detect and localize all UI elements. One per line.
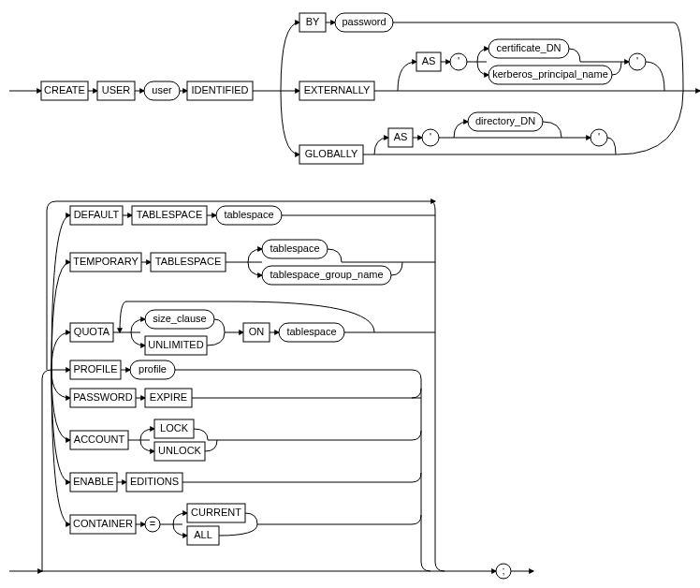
quote-close-glob-label: ' <box>598 131 600 142</box>
kw-profile-label: PROFILE <box>73 363 117 375</box>
nt-profile-label: profile <box>139 363 167 375</box>
kw-temporary-label: TEMPORARY <box>73 256 139 267</box>
quote-open-ext-label: ' <box>458 55 459 66</box>
kw-user-label: USER <box>102 84 131 96</box>
kw-current-label: CURRENT <box>191 507 241 518</box>
equals-label: = <box>150 518 155 529</box>
kw-create-label: CREATE <box>44 84 85 96</box>
kw-on-label: ON <box>249 326 265 337</box>
kw-default-label: DEFAULT <box>74 209 120 220</box>
nt-tablespace2-label: tablespace <box>270 243 319 254</box>
nt-user-label: user <box>152 84 172 96</box>
kw-globally-label: GLOBALLY <box>305 148 358 159</box>
quote-open-glob-label: ' <box>430 131 431 142</box>
nt-kerb-label: kerberos_principal_name <box>492 68 608 80</box>
kw-as-ext-label: AS <box>422 55 436 66</box>
nt-password-label: password <box>342 16 386 27</box>
nt-tablespace1-label: tablespace <box>224 209 273 220</box>
kw-quota-label: QUOTA <box>74 326 110 337</box>
kw-lock-label: LOCK <box>160 422 189 434</box>
nt-cert-dn-label: certificate_DN <box>496 42 561 53</box>
kw-identified-label: IDENTIFIED <box>191 84 248 96</box>
semicolon-label: ; <box>502 565 504 576</box>
kw-editions-label: EDITIONS <box>130 476 179 487</box>
kw-container-label: CONTAINER <box>73 518 133 529</box>
kw-externally-label: EXTERNALLY <box>304 84 371 96</box>
kw-account-label: ACCOUNT <box>74 434 125 445</box>
kw-expire-label: EXPIRE <box>150 391 187 403</box>
nt-dir-dn-label: directory_DN <box>475 115 535 126</box>
kw-all-label: ALL <box>194 529 212 540</box>
nt-tablespace3-label: tablespace <box>286 326 336 337</box>
kw-password-label: PASSWORD <box>73 391 132 403</box>
kw-by-label: BY <box>306 16 320 27</box>
nt-ts-group-label: tablespace_group_name <box>270 269 383 280</box>
quote-close-ext-label: ' <box>636 55 638 66</box>
kw-as-glob-label: AS <box>394 131 408 142</box>
kw-tablespace2-label: TABLESPACE <box>155 256 222 267</box>
kw-enable-label: ENABLE <box>73 476 113 487</box>
kw-unlimited-label: UNLIMITED <box>148 339 203 350</box>
kw-tablespace1-label: TABLESPACE <box>137 209 203 220</box>
nt-size-clause-label: size_clause <box>153 313 206 324</box>
syntax-diagram: CREATE USER user IDENTIFIED BY password … <box>0 0 700 588</box>
kw-unlock-label: UNLOCK <box>158 445 202 456</box>
